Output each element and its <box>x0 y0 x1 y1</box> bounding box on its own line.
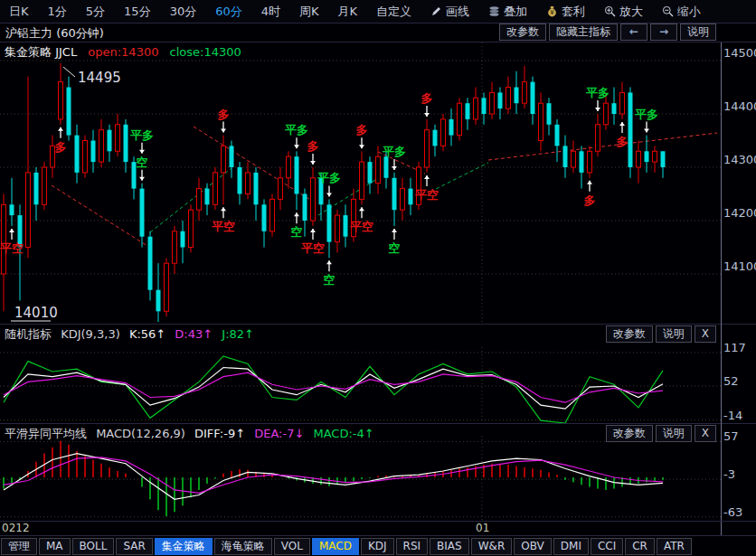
period-tab[interactable]: 4时 <box>261 4 280 20</box>
period-tab[interactable]: 5分 <box>86 4 105 20</box>
period-tab[interactable]: 日K <box>9 4 29 20</box>
period-tab[interactable]: 缩小 <box>662 4 701 20</box>
close-panel-button[interactable]: X <box>695 325 716 343</box>
signal-arrowhead <box>221 129 226 133</box>
indicator-tab[interactable]: 海龟策略 <box>214 538 272 555</box>
period-tab[interactable]: ¥套利 <box>546 4 585 20</box>
candle-body-up <box>637 151 641 167</box>
trend-line <box>488 133 717 160</box>
period-tab-label: 套利 <box>562 4 585 20</box>
period-tab[interactable]: 自定义 <box>376 4 411 20</box>
main-chart-canvas[interactable]: 平空多空平多多平空平多空多平空平多空多平空平多空多平空多平多多平多1449514… <box>0 42 721 324</box>
period-tab[interactable]: 月K <box>338 4 358 20</box>
period-tab[interactable]: 15分 <box>124 4 151 20</box>
prev-button[interactable]: ← <box>620 24 647 41</box>
candle-body-down <box>295 156 299 193</box>
panel-button[interactable]: 说明 <box>656 325 692 343</box>
time-label: 01 <box>476 522 489 534</box>
indicator-tab[interactable]: CCI <box>591 538 623 555</box>
candle-body-up <box>604 103 609 125</box>
period-tab-label: 自定义 <box>376 4 411 20</box>
layers-icon <box>488 5 500 17</box>
indicator-tab[interactable]: MACD <box>312 538 359 555</box>
candle-body-down <box>482 98 487 114</box>
candle-body-down <box>181 231 185 248</box>
indicator-tab[interactable]: SAR <box>116 538 152 555</box>
price-label: 14300 <box>723 153 756 166</box>
candle-body-up <box>620 92 625 114</box>
indicator-tab[interactable]: VOL <box>274 538 310 555</box>
kdj-k-value: K:56↑ <box>129 327 165 341</box>
candle-body-up <box>287 156 291 178</box>
candle-body-up <box>189 210 194 247</box>
signal-arrowhead <box>392 166 397 170</box>
title-button[interactable]: 改参数 <box>499 24 546 41</box>
indicator-tab[interactable]: BOLL <box>72 538 115 555</box>
signal-arrowhead <box>359 145 364 148</box>
signal-label: 平空 <box>212 220 235 233</box>
candle-body-up <box>490 92 495 114</box>
macd-axis-label: -63 <box>723 505 756 519</box>
next-button[interactable]: → <box>650 24 677 41</box>
candle-body-down <box>75 136 80 173</box>
indicator-tab[interactable]: OBV <box>514 538 552 555</box>
period-tab-label: 缩小 <box>677 4 701 20</box>
candle-body-up <box>2 204 6 274</box>
period-tab[interactable]: 画线 <box>430 4 469 20</box>
period-tab[interactable]: 30分 <box>170 4 197 20</box>
signal-label: 平多 <box>130 128 154 142</box>
candle-body-down <box>303 194 307 221</box>
indicator-tab[interactable]: KDJ <box>361 538 394 555</box>
indicator-tab[interactable]: W&R <box>471 538 513 555</box>
title-bar: 沪铝主力 (60分钟) 改参数隐藏主指标←→说明 <box>0 24 756 42</box>
macd-canvas[interactable] <box>0 436 721 523</box>
signal-arrowhead <box>310 161 316 165</box>
signal-label: 多 <box>218 108 230 121</box>
period-tab-label: 月K <box>338 4 358 20</box>
period-tab-label: 5分 <box>86 4 105 20</box>
period-tab-label: 4时 <box>261 4 280 20</box>
period-tab[interactable]: 60分 <box>215 4 242 20</box>
indicator-tab[interactable]: CR <box>625 538 655 555</box>
period-tab-label: 日K <box>9 4 29 20</box>
pencil-icon <box>430 5 442 17</box>
indicator-tab[interactable]: ATR <box>657 538 692 555</box>
signal-arrowhead <box>294 212 299 216</box>
period-tab[interactable]: 周K <box>299 4 319 20</box>
period-tab[interactable]: 叠加 <box>488 4 527 20</box>
kdj-canvas[interactable] <box>0 347 721 423</box>
signal-label: 平空 <box>350 220 373 233</box>
candle-body-up <box>165 263 169 311</box>
period-tab-label: 30分 <box>170 4 197 20</box>
signal-arrowhead <box>310 229 316 232</box>
candle-body-down <box>91 141 96 163</box>
title-button[interactable]: 隐藏主指标 <box>549 24 618 41</box>
period-tab[interactable]: 放大 <box>604 4 643 20</box>
signal-arrowhead <box>139 150 145 154</box>
time-label: 0212 <box>2 522 30 534</box>
kdj-j-value: J:82↑ <box>222 327 254 341</box>
panel-button[interactable]: 改参数 <box>606 325 653 343</box>
indicator-tab[interactable]: MA <box>39 538 71 555</box>
title-bar-buttons: 改参数隐藏主指标←→说明 <box>499 24 716 41</box>
indicator-tab[interactable]: 集金策略 <box>155 538 213 555</box>
indicator-tab[interactable]: RSI <box>396 538 429 555</box>
candle-body-down <box>563 146 568 167</box>
title-button[interactable]: 说明 <box>680 24 716 41</box>
trend-line <box>52 185 147 246</box>
signal-label: 多 <box>584 193 596 207</box>
kdj-params: KDJ(9,3,3) <box>61 327 120 341</box>
period-tab[interactable]: 1分 <box>48 4 67 20</box>
high-pointer-line <box>63 67 75 77</box>
signal-arrowhead <box>294 145 299 148</box>
indicator-tab[interactable]: DMI <box>553 538 589 555</box>
macd-axis-label: -3 <box>723 467 756 481</box>
candle-body-down <box>628 92 633 167</box>
candle-body-down <box>384 156 389 178</box>
candle-body-up <box>270 199 275 231</box>
indicator-tab[interactable]: 管理 <box>1 538 37 555</box>
signal-arrowhead <box>139 177 145 181</box>
signal-label: 平多 <box>383 145 406 158</box>
signal-label: 平空 <box>301 241 325 255</box>
indicator-tab[interactable]: BIAS <box>430 538 469 555</box>
